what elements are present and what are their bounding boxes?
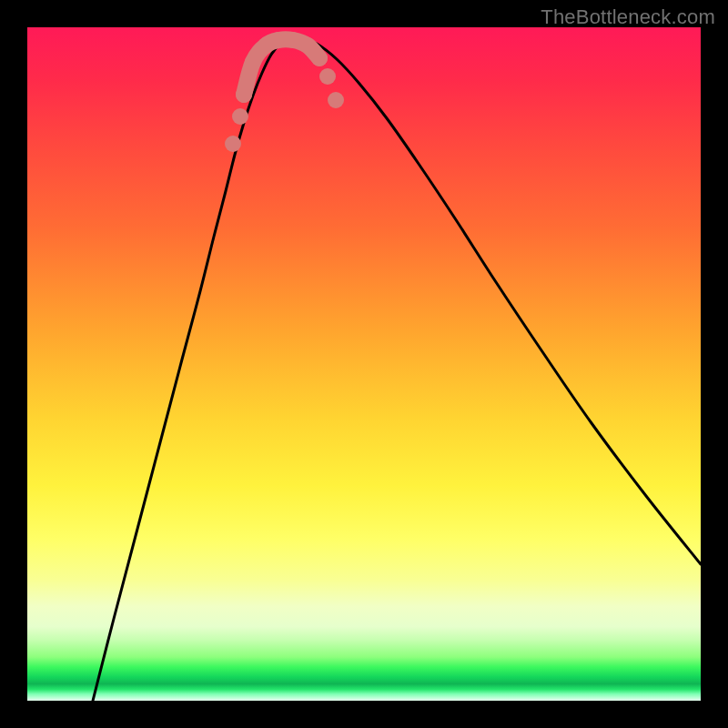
bottleneck-curve — [93, 37, 701, 701]
curve-layer — [27, 27, 701, 701]
plot-area — [27, 27, 701, 701]
marker-dot — [319, 68, 336, 85]
marker-dot — [225, 136, 241, 152]
marker-dot — [232, 108, 248, 125]
watermark-text: TheBottleneck.com — [541, 5, 715, 29]
marker-dot — [328, 92, 344, 108]
chart-stage: TheBottleneck.com — [0, 0, 728, 728]
